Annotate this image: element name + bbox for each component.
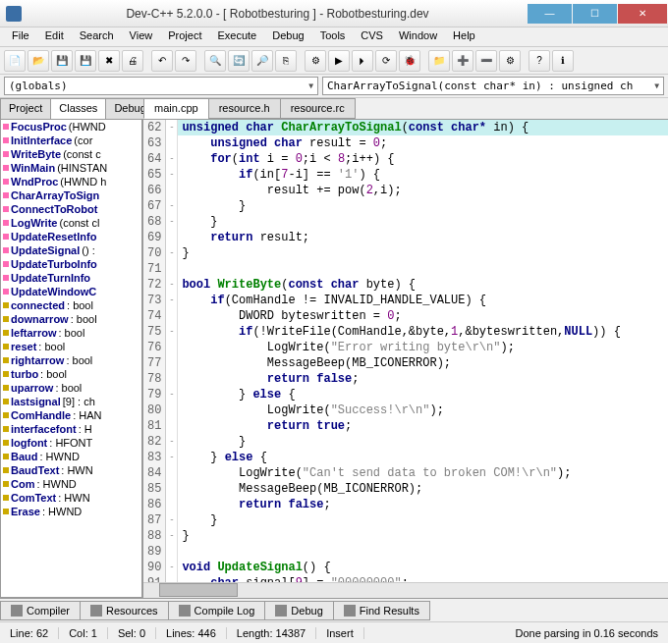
- menu-tools[interactable]: Tools: [312, 27, 354, 46]
- bottomtab-compiler[interactable]: Compiler: [0, 601, 81, 620]
- debug-icon[interactable]: 🐞: [399, 50, 420, 72]
- class-item[interactable]: UpdateResetInfo: [1, 230, 141, 243]
- class-item[interactable]: ComText : HWN: [1, 491, 141, 505]
- code-content[interactable]: unsigned char CharArrayToSignal(const ch…: [178, 120, 668, 582]
- class-item[interactable]: Baud : HWND: [1, 450, 141, 463]
- minimize-button[interactable]: —: [528, 4, 572, 24]
- menu-window[interactable]: Window: [391, 27, 445, 46]
- compile-icon[interactable]: ⚙: [305, 50, 326, 72]
- scrollbar-thumb[interactable]: [159, 583, 238, 597]
- class-item[interactable]: interfacefont : H: [1, 422, 141, 436]
- find-icon[interactable]: 🔍: [204, 50, 226, 72]
- replace-icon[interactable]: 🔄: [228, 50, 250, 72]
- class-sig: (HWND: [69, 121, 106, 133]
- function-icon: [3, 220, 9, 226]
- class-list[interactable]: FocusProc (HWNDInitInterface (corWriteBy…: [0, 119, 142, 598]
- addfile-icon[interactable]: ➕: [452, 50, 473, 72]
- class-item[interactable]: FocusProc (HWND: [1, 120, 141, 134]
- sidetab-project[interactable]: Project: [0, 98, 51, 120]
- class-name: LogWrite: [11, 217, 57, 229]
- class-item[interactable]: CharArrayToSign: [1, 188, 141, 202]
- menu-execute[interactable]: Execute: [209, 27, 264, 46]
- class-item[interactable]: UpdateWindowC: [1, 285, 141, 298]
- tab-icon: [344, 605, 356, 617]
- class-item[interactable]: ComHandle : HAN: [1, 408, 141, 422]
- class-item[interactable]: WinMain (HINSTAN: [1, 161, 141, 175]
- open-icon[interactable]: 📂: [28, 50, 49, 72]
- saveall-icon[interactable]: 💾: [75, 50, 96, 72]
- remfile-icon[interactable]: ➖: [475, 50, 497, 72]
- newproj-icon[interactable]: 📁: [428, 50, 450, 72]
- class-item[interactable]: logfont : HFONT: [1, 436, 141, 450]
- menu-project[interactable]: Project: [160, 27, 209, 46]
- class-name: ConnectToRobot: [11, 203, 97, 215]
- undo-icon[interactable]: ↶: [151, 50, 173, 72]
- class-item[interactable]: uparrow : bool: [1, 381, 141, 395]
- class-item[interactable]: BaudText : HWN: [1, 463, 141, 477]
- class-item[interactable]: UpdateTurboInfo: [1, 257, 141, 271]
- class-sig: : bool: [67, 299, 93, 311]
- filetab[interactable]: main.cpp: [143, 98, 209, 119]
- bottomtab-resources[interactable]: Resources: [80, 601, 169, 620]
- help-icon[interactable]: ?: [529, 50, 550, 72]
- class-name: rightarrow: [11, 354, 64, 366]
- class-item[interactable]: WndProc (HWND h: [1, 175, 141, 188]
- projopts-icon[interactable]: ⚙: [499, 50, 521, 72]
- close-button[interactable]: ✕: [618, 4, 667, 24]
- menu-cvs[interactable]: CVS: [353, 27, 391, 46]
- class-item[interactable]: downarrow : bool: [1, 312, 141, 326]
- save-icon[interactable]: 💾: [51, 50, 73, 72]
- menu-view[interactable]: View: [122, 27, 161, 46]
- class-name: UpdateWindowC: [11, 286, 96, 297]
- class-item[interactable]: Erase : HWND: [1, 505, 141, 518]
- menu-search[interactable]: Search: [72, 27, 122, 46]
- menu-debug[interactable]: Debug: [264, 27, 311, 46]
- filetab[interactable]: resource.rc: [280, 98, 356, 119]
- variable-icon: [3, 344, 9, 349]
- class-item[interactable]: reset : bool: [1, 340, 141, 353]
- filetab[interactable]: resource.h: [208, 98, 281, 119]
- menu-file[interactable]: File: [4, 27, 37, 46]
- class-item[interactable]: UpdateTurnInfo: [1, 271, 141, 285]
- fold-gutter[interactable]: ----------------: [166, 120, 178, 582]
- variable-icon: [3, 399, 9, 404]
- goto-icon[interactable]: ⎘: [275, 50, 297, 72]
- function-icon: [3, 124, 9, 130]
- variable-icon: [3, 481, 9, 487]
- maximize-button[interactable]: ☐: [573, 4, 617, 24]
- compilerun-icon[interactable]: ⏵: [352, 50, 373, 72]
- redo-icon[interactable]: ↷: [175, 50, 196, 72]
- menu-edit[interactable]: Edit: [37, 27, 72, 46]
- class-name: WndProc: [11, 176, 58, 188]
- bottomtab-compile-log[interactable]: Compile Log: [168, 601, 266, 620]
- findagain-icon[interactable]: 🔎: [251, 50, 273, 72]
- about-icon[interactable]: ℹ: [552, 50, 574, 72]
- class-item[interactable]: ConnectToRobot: [1, 202, 141, 216]
- class-item[interactable]: lastsignal [9] : ch: [1, 395, 141, 408]
- class-item[interactable]: LogWrite (const cl: [1, 216, 141, 230]
- class-item[interactable]: WriteByte (const c: [1, 147, 141, 161]
- close-file-icon[interactable]: ✖: [98, 50, 120, 72]
- class-item[interactable]: InitInterface (cor: [1, 134, 141, 147]
- rebuild-icon[interactable]: ⟳: [375, 50, 397, 72]
- class-item[interactable]: turbo : bool: [1, 367, 141, 381]
- sidetab-classes[interactable]: Classes: [50, 98, 106, 120]
- class-item[interactable]: leftarrow : bool: [1, 326, 141, 340]
- print-icon[interactable]: 🖨: [122, 50, 143, 72]
- class-item[interactable]: UpdateSignal () :: [1, 243, 141, 257]
- bottomtab-find-results[interactable]: Find Results: [333, 601, 430, 620]
- code-editor[interactable]: 6263646566676869707172737475767778798081…: [143, 120, 668, 582]
- bottomtab-debug[interactable]: Debug: [264, 601, 333, 620]
- function-icon: [3, 165, 9, 171]
- horizontal-scrollbar[interactable]: [143, 582, 668, 598]
- new-icon[interactable]: 📄: [4, 50, 26, 72]
- class-item[interactable]: rightarrow : bool: [1, 353, 141, 367]
- status-line: Line: 62: [0, 627, 59, 639]
- class-item[interactable]: connected : bool: [1, 298, 141, 312]
- function-combo[interactable]: CharArrayToSignal(const char* in) : unsi…: [322, 77, 664, 95]
- class-item[interactable]: Com : HWND: [1, 477, 141, 491]
- scope-combo[interactable]: (globals)▼: [4, 77, 318, 95]
- menu-help[interactable]: Help: [445, 27, 483, 46]
- class-name: WinMain: [11, 162, 55, 174]
- run-icon[interactable]: ▶: [328, 50, 350, 72]
